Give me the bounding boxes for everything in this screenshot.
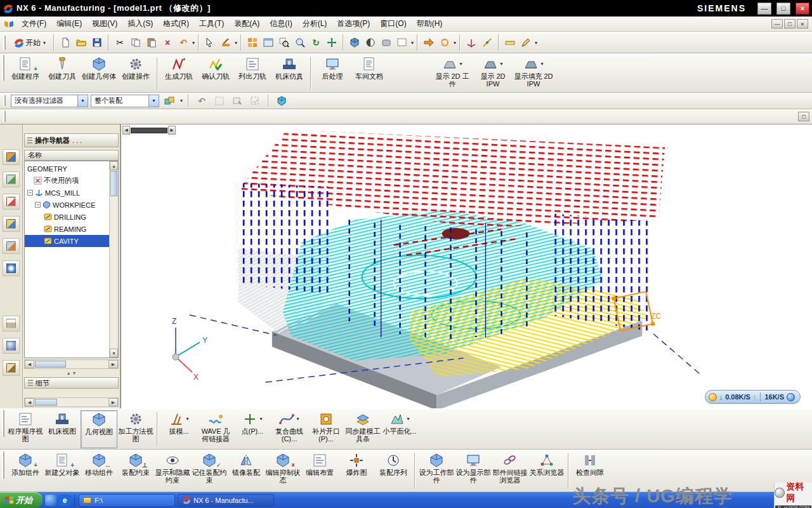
create-tool-button[interactable]: 创建刀具	[44, 55, 81, 91]
splitter-left-icon[interactable]: ◀	[122, 126, 130, 135]
web-browser-icon[interactable]	[3, 260, 20, 276]
constraint-navigator-icon[interactable]	[3, 171, 20, 187]
shaded-view-icon[interactable]	[347, 35, 362, 50]
select-previous-icon[interactable]: ↶	[194, 93, 209, 109]
menu-edit[interactable]: 编辑(E)	[51, 17, 87, 31]
tree-row-unused-items[interactable]: 不使用的项	[25, 175, 109, 187]
snap-ruler-icon[interactable]	[502, 35, 518, 50]
scroll-left-icon[interactable]: ◀	[25, 398, 34, 406]
wave-geometry-linker-button[interactable]: WAVE 几何链接器	[197, 410, 234, 448]
create-operation-button[interactable]: 创建操作	[117, 55, 154, 91]
tree-horizontal-scrollbar[interactable]: ◀ ▶	[24, 359, 119, 369]
menu-format[interactable]: 格式(R)	[158, 17, 194, 31]
edit-suppression-button[interactable]: ×编辑抑制状态	[265, 451, 301, 491]
show-2d-ipw-button[interactable]: ▾显示 2D IPW	[473, 55, 513, 91]
copy-icon[interactable]	[128, 35, 143, 50]
dropdown-arrow-icon[interactable]: ▾	[411, 40, 414, 46]
menu-window[interactable]: 窗口(O)	[375, 17, 411, 31]
show-2d-workpiece-button[interactable]: ▾显示 2D 工件	[432, 55, 473, 91]
dropdown-arrow-icon[interactable]: ▾	[407, 415, 409, 423]
navigator-header[interactable]: 操作导航器 . . .	[24, 133, 119, 147]
mdi-close-button[interactable]: ×	[797, 19, 808, 29]
show-desktop-icon[interactable]	[45, 495, 56, 506]
facet-body-button[interactable]: ▾小平面化...	[381, 410, 418, 448]
refresh-icon[interactable]: ↻	[308, 35, 324, 50]
open-folder-icon[interactable]	[74, 35, 89, 50]
new-file-icon[interactable]	[58, 35, 73, 50]
assembly-constraints-button[interactable]: ⊥装配约束	[117, 451, 154, 491]
mirror-assembly-button[interactable]: 镜像装配	[228, 451, 265, 491]
dropdown-arrow-icon[interactable]: ▾	[296, 415, 299, 423]
zoom-icon[interactable]	[292, 35, 308, 50]
internet-explorer-icon[interactable]: e	[59, 495, 70, 506]
window-layout-icon[interactable]	[261, 35, 276, 50]
paste-icon[interactable]	[144, 35, 159, 50]
program-order-view-button[interactable]: 程序顺序视图	[7, 410, 44, 448]
synchronous-modeling-button[interactable]: 同步建模工具条	[344, 410, 381, 448]
remember-constraints-button[interactable]: ✓记住装配约束	[191, 451, 228, 491]
menu-file[interactable]: 文件(F)	[16, 17, 51, 31]
datum-axis-icon[interactable]	[480, 35, 495, 50]
roles-palette-icon[interactable]	[3, 360, 20, 376]
tree-row-geometry[interactable]: GEOMETRY	[25, 163, 109, 175]
machining-method-view-button[interactable]: 加工方法视图	[117, 410, 154, 448]
tree-row-mcs-mill[interactable]: − MCS_MILL	[25, 187, 109, 199]
create-program-button[interactable]: +创建程序	[7, 55, 44, 91]
menu-help[interactable]: 帮助(H)	[412, 17, 448, 31]
style-brush-icon[interactable]	[218, 35, 233, 50]
dropdown-arrow-icon[interactable]: ▾	[192, 40, 195, 46]
verify-toolpath-button[interactable]: 确认刀轨	[197, 55, 234, 91]
tree-row-reaming[interactable]: REAMING	[25, 223, 109, 235]
scroll-right-icon[interactable]: ▶	[108, 360, 118, 368]
shop-documentation-button[interactable]: 车间文档	[351, 55, 388, 91]
lasso-select-icon[interactable]	[247, 93, 263, 109]
exploded-view-button[interactable]: 爆炸图	[338, 451, 375, 491]
background-swatch-icon[interactable]	[395, 35, 410, 50]
toolbar-drag-handle[interactable]	[3, 36, 6, 50]
dropdown-arrow-icon[interactable]: ▾	[500, 60, 502, 68]
dropdown-arrow-icon[interactable]: ▾	[454, 40, 456, 46]
move-component-button[interactable]: ↔移动组件	[81, 451, 117, 491]
materials-palette-icon[interactable]	[3, 338, 20, 354]
dropdown-arrow-icon[interactable]: ▾	[540, 60, 543, 68]
toolbar-drag-handle[interactable]	[2, 410, 4, 437]
generate-toolpath-button[interactable]: 生成刀轨	[160, 55, 197, 91]
machine-tool-view-button[interactable]: 机床视图	[44, 410, 81, 448]
toolbar-drag-handle[interactable]	[3, 95, 6, 107]
tree-vertical-scrollbar[interactable]: ▲ ▼	[109, 161, 118, 358]
selection-info-icon[interactable]	[202, 35, 218, 50]
task-window-nx[interactable]: NX 6 - Manufactu...	[178, 494, 274, 507]
undo-icon[interactable]: ↶	[176, 35, 191, 50]
interpart-link-browser-button[interactable]: 部件间链接浏览器	[492, 451, 528, 491]
pan-icon[interactable]	[324, 35, 339, 50]
close-button[interactable]: ×	[796, 3, 809, 15]
assembly-navigator-icon[interactable]	[3, 149, 20, 165]
scroll-down-icon[interactable]: ▼	[110, 349, 118, 358]
show-filled-2d-ipw-button[interactable]: ▾显示填充 2D IPW	[513, 55, 554, 91]
scroll-track[interactable]	[110, 170, 118, 349]
reuse-library-icon[interactable]	[3, 238, 20, 254]
tree-row-cavity-selected[interactable]: CAVITY	[25, 235, 109, 247]
scroll-track[interactable]	[34, 360, 108, 368]
mdi-minimize-button[interactable]: —	[771, 19, 783, 29]
splitter-drag-bar[interactable]	[131, 128, 167, 133]
geometry-view-button[interactable]: 几何视图	[81, 410, 117, 448]
details-collapse-handle[interactable]: ▲▼	[23, 369, 120, 377]
cut-icon[interactable]: ✂	[112, 35, 128, 50]
menu-preferences[interactable]: 首选项(P)	[332, 17, 375, 31]
menu-view[interactable]: 视图(V)	[87, 17, 122, 31]
create-geometry-button[interactable]: 创建几何体	[81, 55, 117, 91]
dropdown-arrow-icon[interactable]: ▾	[535, 40, 537, 46]
dropdown-arrow-icon[interactable]: ▾	[259, 415, 262, 423]
rotate-object-icon[interactable]	[437, 35, 452, 50]
maximize-button[interactable]: □	[776, 3, 790, 15]
dropdown-arrow-icon[interactable]: ▾	[180, 98, 183, 104]
menu-assemblies[interactable]: 装配(A)	[229, 17, 265, 31]
name-column-header[interactable]: 名称	[24, 150, 119, 161]
scroll-left-icon[interactable]: ◀	[25, 360, 34, 368]
tree-row-drilling[interactable]: DRILLING	[25, 211, 109, 223]
dropdown-arrow-icon[interactable]: ▾	[459, 60, 462, 68]
patch-opening-button[interactable]: 补片开口(P)...	[308, 410, 344, 448]
start-roles-button[interactable]: 开始 ▾	[9, 36, 50, 50]
delete-icon[interactable]: ×	[160, 35, 175, 50]
